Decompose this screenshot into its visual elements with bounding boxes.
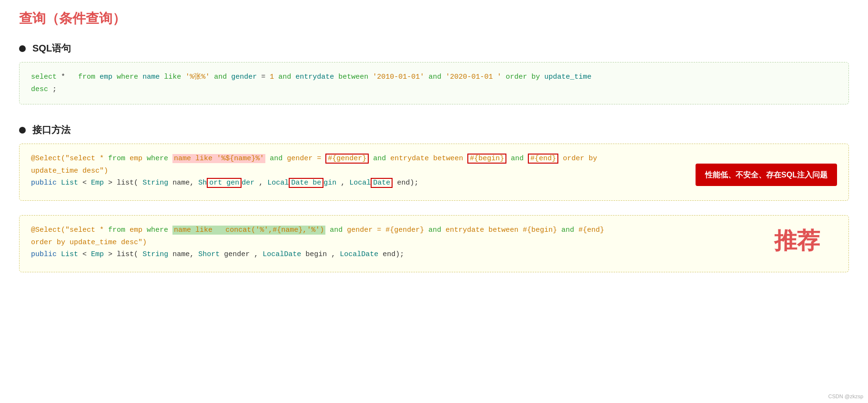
code-box-recommended: @Select("select * from emp where name li…	[19, 215, 849, 272]
bullet-icon2	[19, 127, 26, 134]
bullet-icon	[19, 45, 26, 52]
warn-badge: 性能低、不安全、存在SQL注入问题	[696, 164, 837, 186]
section-sql: SQL语句 select * from emp where name like …	[19, 42, 849, 104]
code2-line1: @Select("select * from emp where name li…	[31, 224, 837, 237]
section-sql-header: SQL语句	[19, 42, 849, 55]
kw-select: select	[31, 73, 57, 81]
highlight-concat: name like concat('%',#{name},'%')	[172, 226, 325, 235]
kw-and2: and	[278, 73, 291, 81]
section-interface-header: 接口方法	[19, 124, 849, 136]
box-short: ort gen	[207, 178, 242, 188]
code1-line1: @Select("select * from emp where name li…	[31, 153, 837, 165]
kw-order: order by	[505, 73, 540, 81]
box-begin: #{begin}	[467, 154, 506, 164]
highlight-name-like: name like '%${name}%'	[172, 154, 265, 163]
kw-where: where	[117, 73, 138, 81]
box-end: #{end}	[528, 154, 558, 164]
kw-like: like	[164, 73, 181, 81]
recommend-text: 推荐	[774, 221, 820, 260]
section-interface-label: 接口方法	[32, 124, 71, 136]
sql-line1: select * from emp where name like '%张%' …	[31, 71, 837, 83]
code2-line2: order by update_time desc")	[31, 237, 837, 249]
kw-and1: and	[214, 73, 227, 81]
section-interface: 接口方法 @Select("select * from emp where na…	[19, 124, 849, 272]
code2-line3: public List < Emp > list( String name, S…	[31, 248, 837, 261]
section-sql-label: SQL语句	[32, 42, 71, 55]
sql-code-box: select * from emp where name like '%张%' …	[19, 62, 849, 104]
kw-and3: and	[428, 73, 441, 81]
sql-line2: desc ;	[31, 83, 837, 96]
kw-between: between	[338, 73, 368, 81]
box-gender: #{gender}	[325, 154, 369, 164]
box-date1: Date be	[289, 178, 323, 188]
code-box-warning: @Select("select * from emp where name li…	[19, 144, 849, 201]
box-date2: Date	[371, 178, 393, 188]
page-title: 查询（条件查询）	[19, 10, 849, 28]
kw-from: from	[78, 73, 95, 81]
kw-desc: desc	[31, 85, 48, 93]
